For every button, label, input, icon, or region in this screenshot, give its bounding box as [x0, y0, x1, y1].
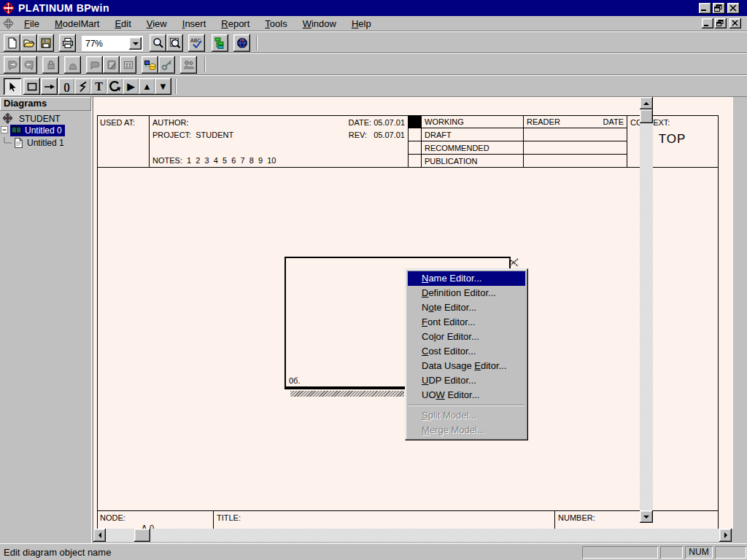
menu-window[interactable]: Window [297, 17, 342, 31]
web-publish-button[interactable] [233, 34, 250, 52]
collapse-expand-box[interactable] [1, 126, 9, 134]
mm-properties-button[interactable] [120, 56, 136, 74]
status-publication: PUBLICATION [422, 155, 523, 167]
menu-file[interactable]: File [18, 17, 45, 31]
menu-report[interactable]: Report [215, 17, 255, 31]
menu-tools[interactable]: Tools [259, 17, 293, 31]
modelmart-toolbar [0, 53, 747, 75]
menu-view[interactable]: View [141, 17, 173, 31]
notes-label: NOTES: 1 2 3 4 5 6 7 8 9 10 [152, 156, 276, 165]
date-label: DATE: 05.07.01 [349, 118, 405, 127]
used-at-cell: USED AT: [98, 116, 150, 167]
minimize-icon [703, 20, 712, 27]
menu-item-name-editor[interactable]: Name Editor... [408, 271, 525, 286]
working-checkbox-filled [409, 116, 421, 128]
menu-item-cost-editor[interactable]: Cost Editor... [408, 344, 525, 359]
save-model-button[interactable] [37, 34, 54, 52]
mm-lock-button[interactable] [42, 56, 59, 74]
save-floppy-icon [40, 37, 52, 49]
squiggle-tool-button[interactable] [74, 78, 91, 95]
close-button[interactable] [727, 3, 740, 14]
vertical-scroll-thumb[interactable] [640, 109, 653, 123]
scroll-right-button[interactable] [719, 529, 732, 542]
activity-box-tool-button[interactable] [23, 78, 40, 95]
tools-palette: () T ▶ ▲ ▼ [0, 75, 747, 97]
menu-item-color-editor[interactable]: Color Editor... [408, 330, 525, 344]
parentheses-tool-button[interactable]: () [58, 78, 75, 95]
zoom-in-button[interactable] [150, 34, 166, 52]
diagram-tree-panel: Diagrams STUDENT Untitle [0, 97, 91, 543]
menu-item-note-editor[interactable]: Note Editor... [408, 300, 525, 315]
mm-checkout-button[interactable] [4, 56, 20, 74]
text-tool-button[interactable]: T [90, 78, 107, 95]
restore-button[interactable] [713, 3, 725, 14]
lock-icon [45, 59, 57, 71]
arrow-tool-button[interactable] [41, 78, 58, 95]
diagram-page-icon [14, 138, 23, 148]
go-to-sibling-button[interactable]: ▶ [123, 78, 139, 95]
menu-item-udp-editor[interactable]: UDP Editor... [408, 373, 525, 388]
diagram-book-icon [11, 125, 22, 135]
spell-check-button[interactable]: ABC [188, 34, 205, 52]
zoom-area-button[interactable] [166, 34, 183, 52]
horizontal-scrollbar[interactable] [93, 529, 732, 542]
menu-item-data-usage-editor[interactable]: Data Usage Editor... [408, 359, 525, 373]
status-bar: Edit diagram object name NUM [0, 543, 747, 560]
mm-admin-button[interactable] [158, 56, 175, 74]
mm-update-button[interactable] [86, 56, 103, 74]
menu-help[interactable]: Help [346, 17, 377, 31]
go-to-child-button[interactable]: ▼ [155, 78, 171, 95]
horizontal-scroll-thumb[interactable] [134, 529, 150, 542]
standard-toolbar: ABC [0, 31, 747, 53]
open-model-button[interactable] [20, 34, 37, 52]
diagram-canvas[interactable]: USED AT: AUTHOR: DATE: 05.07.01 PROJECT:… [93, 97, 733, 529]
menu-insert[interactable]: Insert [177, 17, 212, 31]
globe-icon [236, 37, 248, 49]
mm-script-button[interactable] [103, 56, 120, 74]
checkout-icon [7, 59, 18, 71]
tree-item-model[interactable]: STUDENT [2, 112, 61, 125]
scroll-left-button[interactable] [93, 529, 106, 542]
child-minimize-button[interactable] [702, 18, 713, 28]
tree-item-label: Untitled 0 [25, 125, 62, 136]
diagram-dictionary-tool-button[interactable] [107, 78, 123, 95]
mm-repository-button[interactable] [142, 56, 158, 74]
scroll-up-button[interactable] [640, 97, 653, 109]
restore-icon [714, 4, 723, 12]
menu-item-definition-editor[interactable]: Definition Editor... [408, 286, 525, 300]
title-bar: PLATINUM BPwin [0, 0, 747, 16]
arrow-left-icon [98, 532, 101, 538]
print-button[interactable] [59, 34, 76, 52]
go-to-parent-button[interactable]: ▲ [139, 78, 155, 95]
child-restore-button[interactable] [715, 18, 727, 28]
zoom-dropdown-button[interactable] [129, 37, 142, 50]
menu-edit[interactable]: Edit [109, 17, 136, 31]
model-explorer-button[interactable] [212, 34, 228, 52]
blob-icon [89, 59, 101, 71]
model-icon [2, 113, 13, 124]
rev-label: REV: 05.07.01 [349, 131, 405, 139]
tree-item-untitled1[interactable]: Untitled 1 [0, 136, 64, 149]
child-close-button[interactable] [729, 18, 741, 28]
project-label: PROJECT: STUDENT [152, 131, 233, 139]
menu-item-uow-editor[interactable]: UOW Editor... [408, 388, 525, 402]
tree-item-untitled0[interactable]: Untitled 0 [1, 124, 65, 136]
scroll-down-button[interactable] [640, 510, 653, 523]
menu-item-font-editor[interactable]: Font Editor... [408, 315, 525, 330]
status-recommended: RECOMMENDED [422, 142, 523, 155]
tree-selection: Untitled 0 [10, 125, 65, 136]
menu-separator [409, 405, 525, 406]
minimize-button[interactable] [699, 3, 711, 14]
mm-users-button[interactable] [180, 56, 197, 74]
mm-refresh-button[interactable] [64, 56, 81, 74]
open-folder-icon [23, 37, 35, 49]
new-model-button[interactable] [4, 34, 20, 52]
pointer-tool-button[interactable] [4, 78, 21, 95]
zoom-combo[interactable] [82, 36, 143, 51]
menu-modelmart[interactable]: ModelMart [49, 17, 105, 31]
go-parent-icon: ▲ [142, 82, 152, 91]
vertical-scrollbar[interactable] [640, 97, 653, 523]
mm-checkin-button[interactable] [20, 56, 37, 74]
status-checkbox-column [409, 116, 422, 167]
cursor-mark-icon [508, 258, 519, 267]
